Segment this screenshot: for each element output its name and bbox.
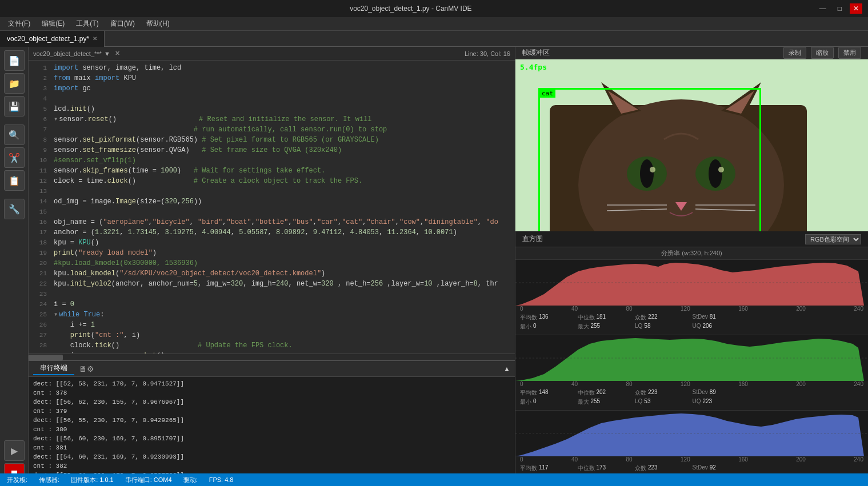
svg-point-9: [640, 159, 654, 188]
menu-file[interactable]: 文件(F): [2, 18, 36, 30]
sidebar-btn-run[interactable]: ▶: [4, 440, 25, 461]
sidebar-btn-search[interactable]: 🔍: [4, 124, 25, 145]
terminal-icons-right: ▲: [503, 365, 510, 373]
histogram-content: 04080120160200240 平均数136 中位数181 众数222 St…: [515, 260, 868, 486]
file-selector-arrow[interactable]: ▼: [104, 50, 110, 57]
code-line-14: 14 od_img = image.Image(size=(320,256)): [29, 196, 515, 207]
code-line-26: 26 i += 1: [29, 320, 515, 330]
tab-main-file[interactable]: voc20_object_detect_1.py* ✕: [0, 31, 105, 47]
window-controls[interactable]: — □ ✕: [816, 3, 862, 14]
code-line-23: 23: [29, 289, 515, 299]
tab-bar: voc20_object_detect_1.py* ✕: [0, 31, 868, 47]
code-line-12: 12 clock = time.clock() # Create a clock…: [29, 176, 515, 186]
cursor-position: Line: 30, Col: 16: [465, 50, 510, 57]
right-panel: 帧缓冲区 录制 缩放 禁用: [515, 47, 868, 486]
hist-axis-blue: 04080120160200240: [515, 456, 868, 463]
code-line-27: 27 print("cnt :", i): [29, 330, 515, 340]
status-sensor: 传感器:: [39, 476, 59, 484]
main-layout: 📄 📁 💾 🔍 ✂️ 📋 🔧 ▶ ⏹ voc20_object_detect_*…: [0, 47, 868, 486]
terminal-tab-serial[interactable]: 串行终端: [33, 362, 74, 375]
histogram-subtitle: 分辨率 (w:320, h:240): [515, 247, 868, 260]
code-line-25: 25 ▾while True:: [29, 310, 515, 320]
terminal-line-6: cnt : 380: [33, 425, 510, 434]
status-fps: FPS: 4.8: [209, 476, 234, 483]
camera-canvas: [515, 59, 868, 231]
file-close-icon[interactable]: ✕: [115, 50, 120, 57]
record-btn[interactable]: 录制: [783, 47, 806, 59]
title-bar: voc20_object_detect_1.py - CanMV IDE — □…: [0, 0, 868, 17]
code-line-13: 13: [29, 186, 515, 196]
file-selector[interactable]: voc20_object_detect_*** ▼ ✕: [33, 50, 120, 57]
code-line-18: 18 kpu = KPU(): [29, 238, 515, 248]
terminal-content[interactable]: dect: [[52, 53, 231, 170, 7, 0.9471527]]…: [29, 377, 515, 475]
terminal-collapse-icon[interactable]: ▲: [503, 365, 510, 373]
hist-graph-green: [515, 335, 868, 381]
code-line-1: 1 import sensor, image, time, lcd: [29, 63, 515, 73]
code-line-3: 3 import gc: [29, 83, 515, 94]
code-line-15: 15: [29, 207, 515, 217]
sidebar-btn-cut[interactable]: ✂️: [4, 147, 25, 168]
code-editor[interactable]: 1 import sensor, image, time, lcd 2 from…: [29, 61, 515, 354]
terminal-icon-clear[interactable]: 🖥: [79, 364, 87, 373]
sidebar-btn-debug[interactable]: 🔧: [4, 199, 25, 219]
code-line-11: 11 sensor.skip_frames(time = 1000) # Wai…: [29, 166, 515, 176]
code-line-24: 24 i = 0: [29, 299, 515, 310]
terminal-line-2: cnt : 378: [33, 388, 510, 397]
code-line-7: 7 # run automatically, call sensor.run(0…: [29, 124, 515, 135]
code-line-9: 9 sensor.set_framesize(sensor.QVGA) # Se…: [29, 145, 515, 155]
menu-help[interactable]: 帮助(H): [141, 18, 175, 30]
terminal-line-1: dect: [[52, 53, 231, 170, 7, 0.9471527]]: [33, 379, 510, 388]
status-driver: 驱动:: [183, 476, 198, 484]
svg-point-11: [650, 167, 655, 172]
hscroll-thumb[interactable]: [29, 355, 63, 360]
sidebar-btn-copy[interactable]: 📋: [4, 170, 25, 191]
color-space-select[interactable]: RGB色彩空间: [805, 234, 861, 244]
title-text: voc20_object_detect_1.py - CanMV IDE: [6, 5, 816, 13]
minimize-btn[interactable]: —: [816, 3, 830, 14]
histogram-section: 直方图 RGB色彩空间 分辨率 (w:320, h:240): [515, 231, 868, 486]
code-line-20: 20 #kpu.load_kmodel(0x300000, 1536936): [29, 258, 515, 268]
code-line-22: 22 kpu.init_yolo2(anchor, anchor_num=5, …: [29, 279, 515, 289]
code-line-17: 17 anchor = (1.3221, 1.73145, 3.19275, 4…: [29, 227, 515, 238]
terminal-area: 串行终端 🖥 ⚙ ▲ dect: [[52, 53, 231, 170, 7, …: [29, 360, 515, 486]
disable-btn[interactable]: 禁用: [838, 47, 861, 59]
menu-bar: 文件(F) 编辑(E) 工具(T) 窗口(W) 帮助(H): [0, 17, 868, 31]
hist-axis-green: 04080120160200240: [515, 381, 868, 387]
code-line-16: 16 obj_name = ("aeroplane","bicycle", "b…: [29, 217, 515, 227]
code-line-10: 10 #sensor.set_vflip(1): [29, 155, 515, 166]
terminal-icon-settings[interactable]: ⚙: [87, 364, 94, 373]
menu-tools[interactable]: 工具(T): [70, 18, 104, 30]
sidebar-btn-folder[interactable]: 📁: [4, 73, 25, 94]
terminal-line-7: dect: [[56, 60, 230, 169, 7, 0.8951707]]: [33, 434, 510, 443]
terminal-tabs-left: 串行终端 🖥 ⚙: [33, 362, 94, 375]
hist-graph-blue: [515, 411, 868, 456]
code-line-19: 19 print("ready load model"): [29, 248, 515, 258]
editor-terminal-container: voc20_object_detect_*** ▼ ✕ Line: 30, Co…: [29, 47, 515, 486]
zoom-btn[interactable]: 缩放: [811, 47, 834, 59]
histogram-title: 直方图: [522, 234, 543, 244]
file-selector-text: voc20_object_detect_***: [33, 50, 102, 57]
terminal-tabs: 串行终端 🖥 ⚙ ▲: [29, 361, 515, 377]
close-btn[interactable]: ✕: [850, 3, 862, 14]
status-firmware: 固件版本: 1.0.1: [71, 476, 114, 484]
status-bar: 开发板: 传感器: 固件版本: 1.0.1 串行端口: COM4 驱动: FPS…: [0, 473, 868, 486]
horizontal-scrollbar[interactable]: [29, 354, 515, 360]
terminal-line-3: dect: [[56, 62, 230, 155, 7, 0.9676967]]: [33, 397, 510, 407]
terminal-line-4: cnt : 379: [33, 407, 510, 416]
menu-window[interactable]: 窗口(W): [105, 18, 141, 30]
code-line-5: 5 lcd.init(): [29, 104, 515, 114]
terminal-line-10: cnt : 382: [33, 461, 510, 471]
code-line-28: 28 clock.tick() # Update the FPS clock.: [29, 340, 515, 351]
svg-point-10: [709, 159, 722, 188]
terminal-line-9: dect: [[54, 60, 231, 169, 7, 0.9230993]]: [33, 452, 510, 461]
camera-view: cat 5.4fps: [515, 59, 868, 231]
sidebar-btn-new[interactable]: 📄: [4, 50, 25, 71]
menu-edit[interactable]: 编辑(E): [36, 18, 70, 30]
left-sidebar: 📄 📁 💾 🔍 ✂️ 📋 🔧 ▶ ⏹: [0, 47, 29, 486]
sidebar-btn-save[interactable]: 💾: [4, 96, 25, 117]
tab-close-icon[interactable]: ✕: [93, 35, 97, 42]
code-line-4: 4: [29, 94, 515, 104]
histogram-topbar: 直方图 RGB色彩空间: [515, 231, 868, 247]
status-serial: 串行端口: COM4: [125, 476, 172, 484]
maximize-btn[interactable]: □: [834, 3, 845, 14]
